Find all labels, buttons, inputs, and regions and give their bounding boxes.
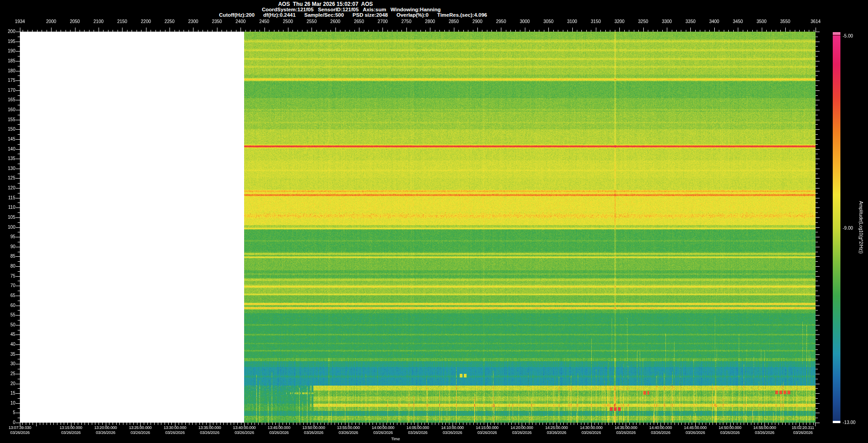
date-tick-label: 03/26/2026 <box>122 430 158 435</box>
amplitude-axis-title: Amplitude(Log10(g^2/Hz)) <box>859 201 863 254</box>
record-tick-label: 2850 <box>444 19 464 24</box>
frequency-tick-label: 140 <box>1 147 15 151</box>
date-tick-label: 03/26/2026 <box>226 430 262 435</box>
frequency-tick-label: 165 <box>1 98 15 102</box>
record-tick-label: 3350 <box>680 19 700 24</box>
time-tick-label: 13:55:00.000 <box>330 425 367 430</box>
date-tick-label: 03/26/2026 <box>538 430 575 435</box>
frequency-tick-label: 175 <box>1 78 15 83</box>
time-tick-label: 14:55:00.000 <box>746 425 783 430</box>
record-tick-label: 3250 <box>633 19 653 24</box>
time-tick-label: 13:50:00.000 <box>296 425 332 430</box>
frequency-tick-label: 110 <box>1 205 15 210</box>
record-tick-label: 2500 <box>278 19 298 24</box>
frequency-tick-label: 80 <box>1 264 15 269</box>
frequency-tick-label: 170 <box>1 88 15 93</box>
time-tick-label: 14:50:00.000 <box>712 425 748 430</box>
record-tick-label: 2650 <box>349 19 369 24</box>
frequency-tick-label: 180 <box>1 69 15 73</box>
record-tick-label: 3400 <box>704 19 724 24</box>
frequency-tick-label: 40 <box>1 342 15 347</box>
date-tick-label: 03/26/2026 <box>365 430 401 435</box>
time-tick-label: 14:40:00.000 <box>642 425 679 430</box>
frequency-tick-label: 125 <box>1 176 15 180</box>
time-tick-label: 14:20:00.000 <box>504 425 540 430</box>
record-tick-label: 2750 <box>396 19 416 24</box>
record-tick-label: 3614 <box>806 19 826 24</box>
frequency-tick-label: 20 <box>1 382 15 386</box>
date-tick-label: 03/26/2026 <box>642 430 679 435</box>
time-tick-label: 13:35:00.000 <box>192 425 228 430</box>
frequency-tick-label: 115 <box>1 196 15 200</box>
frequency-tick-label: 200 <box>1 29 15 34</box>
record-tick-label: 2600 <box>326 19 345 24</box>
record-tick-label: 3000 <box>515 19 535 24</box>
date-tick-label: 03/26/2026 <box>785 430 821 435</box>
record-tick-label: 2950 <box>491 19 511 24</box>
time-tick-label: 14:35:00.000 <box>608 425 644 430</box>
colorbar-gradient <box>833 36 840 421</box>
record-tick-label: 2350 <box>207 19 227 24</box>
frequency-tick-label: 45 <box>1 332 15 337</box>
record-tick-label: 1934 <box>10 19 30 24</box>
time-tick-label: 13:30:00.000 <box>157 425 193 430</box>
frequency-tick-label: 30 <box>1 362 15 366</box>
frequency-tick-label: 5 <box>1 410 15 415</box>
date-tick-label: 03/26/2026 <box>434 430 471 435</box>
frequency-tick-label: 85 <box>1 254 15 259</box>
record-tick-label: 2900 <box>467 19 487 24</box>
record-tick-label: 3150 <box>586 19 606 24</box>
frequency-tick-label: 10 <box>1 401 15 405</box>
date-tick-label: 03/26/2026 <box>469 430 505 435</box>
frequency-tick-label: 50 <box>1 323 15 327</box>
date-tick-label: 03/26/2026 <box>296 430 332 435</box>
frequency-tick-label: 100 <box>1 225 15 230</box>
record-tick-label: 3300 <box>657 19 677 24</box>
colorbar-mid-label: -9.00 <box>843 226 853 231</box>
date-tick-label: 03/26/2026 <box>712 430 748 435</box>
time-tick-label: 13:40:00.000 <box>226 425 262 430</box>
frequency-tick-label: 130 <box>1 166 15 171</box>
time-tick-label: 14:45:00.000 <box>677 425 713 430</box>
record-tick-label: 2050 <box>65 19 85 24</box>
date-tick-label: 03/26/2026 <box>400 430 436 435</box>
frequency-tick-label: 195 <box>1 39 15 44</box>
time-tick-label: 13:07:39.030 <box>2 425 38 430</box>
frequency-tick-label: 60 <box>1 303 15 308</box>
frequency-tick-label: 160 <box>1 108 15 112</box>
record-tick-label: 3200 <box>609 19 629 24</box>
record-tick-label: 2150 <box>112 19 132 24</box>
date-tick-label: 03/26/2026 <box>192 430 228 435</box>
record-tick-label: 2200 <box>136 19 156 24</box>
record-tick-label: 3100 <box>562 19 582 24</box>
time-tick-label: 14:05:00.000 <box>400 425 436 430</box>
spectrogram-canvas[interactable] <box>20 32 816 423</box>
date-tick-label: 03/26/2026 <box>261 430 297 435</box>
app-window: AOS Thu 26 Mar 2026 15:02:07 AOS CoordSy… <box>0 0 868 443</box>
time-tick-label: 14:00:00.000 <box>365 425 401 430</box>
date-tick-label: 03/26/2026 <box>88 430 124 435</box>
record-tick-label: 2300 <box>183 19 203 24</box>
frequency-tick-label: 155 <box>1 118 15 122</box>
record-tick-label: 2000 <box>41 19 61 24</box>
record-tick-label: 2250 <box>160 19 179 24</box>
date-tick-label: 03/26/2026 <box>677 430 713 435</box>
record-tick-label: 2400 <box>231 19 250 24</box>
frequency-tick-label: 150 <box>1 127 15 132</box>
colorbar-max-label: -5.00 <box>843 33 853 38</box>
record-tick-label: 3450 <box>728 19 748 24</box>
frequency-tick-label: 95 <box>1 235 15 239</box>
colorbar <box>833 32 840 423</box>
date-tick-label: 03/26/2026 <box>157 430 193 435</box>
date-tick-label: 03/26/2026 <box>573 430 609 435</box>
frequency-tick-label: 135 <box>1 156 15 161</box>
frequency-tick-label: 35 <box>1 352 15 357</box>
frequency-tick-label: 70 <box>1 283 15 288</box>
date-tick-label: 03/26/2026 <box>608 430 644 435</box>
date-tick-label: 03/26/2026 <box>53 430 89 435</box>
time-tick-label: 14:15:00.000 <box>469 425 505 430</box>
date-tick-label: 03/26/2026 <box>330 430 367 435</box>
record-tick-label: 2450 <box>255 19 274 24</box>
colorbar-min-label: -13.00 <box>843 420 855 425</box>
record-tick-label: 3550 <box>775 19 795 24</box>
